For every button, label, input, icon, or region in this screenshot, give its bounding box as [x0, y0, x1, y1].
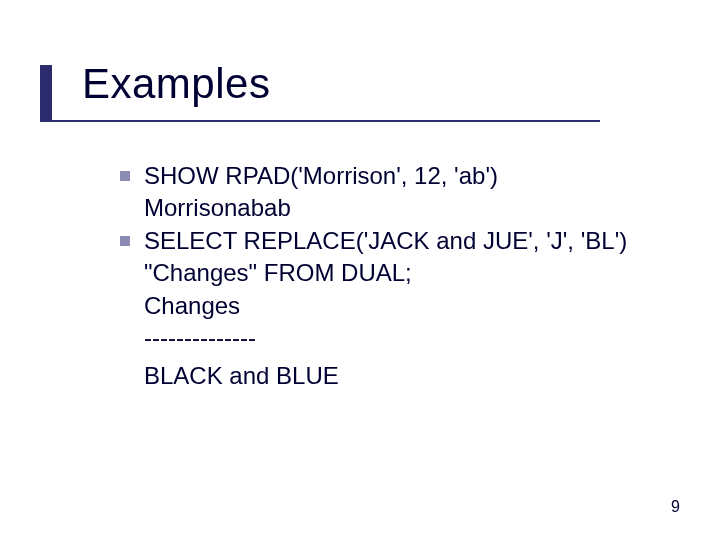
square-bullet-icon	[120, 236, 130, 246]
square-bullet-icon	[120, 171, 130, 181]
body-line: Changes	[120, 290, 670, 322]
body-line: BLACK and BLUE	[120, 360, 670, 392]
slide-body: SHOW RPAD('Morrison', 12, 'ab') Morrison…	[120, 160, 670, 393]
body-text: SHOW RPAD('Morrison', 12, 'ab')	[144, 160, 498, 192]
title-accent-bar	[40, 65, 52, 120]
body-text: BLACK and BLUE	[144, 360, 339, 392]
body-text: SELECT REPLACE('JACK and JUE', 'J', 'BL'…	[144, 225, 627, 257]
bullet-line: SHOW RPAD('Morrison', 12, 'ab')	[120, 160, 670, 192]
body-text: --------------	[144, 322, 256, 354]
title-block: Examples	[82, 60, 660, 112]
body-text: "Changes" FROM DUAL;	[144, 257, 412, 289]
body-text: Morrisonabab	[144, 192, 291, 224]
body-line: Morrisonabab	[120, 192, 670, 224]
title-underline	[40, 120, 600, 122]
page-number: 9	[671, 498, 680, 516]
bullet-line: SELECT REPLACE('JACK and JUE', 'J', 'BL'…	[120, 225, 670, 257]
body-line: "Changes" FROM DUAL;	[120, 257, 670, 289]
body-line: --------------	[120, 322, 670, 354]
slide: { "title": "Examples", "lines": { "l1": …	[0, 0, 720, 540]
body-text: Changes	[144, 290, 240, 322]
slide-title: Examples	[82, 60, 660, 112]
